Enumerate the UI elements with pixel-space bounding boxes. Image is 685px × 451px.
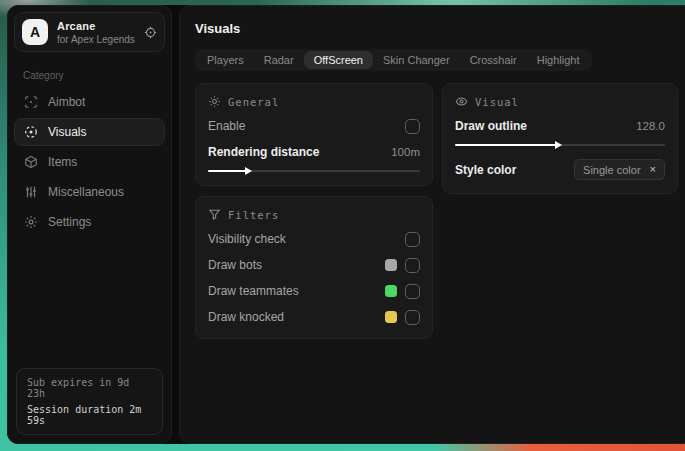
sidebar-item-label: Visuals [48,125,86,139]
rendering-distance-label: Rendering distance [208,145,319,159]
filters-panel-title: Filters [228,209,279,221]
tab-bar: Players Radar OffScreen Skin Changer Cro… [195,49,592,71]
app-subtitle: for Apex Legends [57,34,135,45]
gear-icon [24,215,38,229]
left-column: General Enable Rendering distance 100m [195,83,433,339]
draw-bots-row: Draw bots [208,257,420,273]
funnel-icon [208,208,221,221]
sliders-icon [24,185,38,199]
tab-crosshair[interactable]: Crosshair [460,51,527,69]
desktop-background: A Arcane for Apex Legends Category [0,0,685,451]
app-logo: A [22,19,48,45]
sidebar-item-label: Aimbot [48,95,85,109]
draw-outline-label: Draw outline [455,119,527,133]
draw-teammates-row: Draw teammates [208,283,420,299]
tab-radar[interactable]: Radar [254,51,304,69]
target-icon[interactable] [144,26,157,39]
sidebar-item-label: Miscellaneous [48,185,124,199]
draw-teammates-checkbox[interactable] [405,284,420,299]
style-color-label: Style color [455,163,516,177]
sidebar-item-label: Items [48,155,77,169]
page-title: Visuals [195,21,678,36]
enable-row: Enable [208,118,420,134]
general-panel-header: General [208,95,420,108]
general-panel-title: General [228,96,279,108]
right-column: Visual Draw outline 128.0 Style color [442,83,678,194]
app-identity: Arcane for Apex Legends [57,20,135,45]
draw-teammates-color-swatch[interactable] [385,285,397,297]
clear-icon[interactable]: × [650,164,656,175]
sub-expires-text: Sub expires in 9d 23h [27,377,152,399]
visibility-check-row: Visibility check [208,231,420,247]
visibility-check-label: Visibility check [208,232,286,246]
tab-players[interactable]: Players [197,51,254,69]
draw-knocked-row: Draw knocked [208,309,420,325]
draw-bots-color-swatch[interactable] [385,259,397,271]
draw-bots-checkbox[interactable] [405,258,420,273]
tab-skin-changer[interactable]: Skin Changer [373,51,460,69]
visual-panel: Visual Draw outline 128.0 Style color [442,83,678,194]
slider-fill [208,170,250,172]
visibility-check-checkbox[interactable] [405,232,420,247]
sidebar-nav: Aimbot Visuals [8,88,171,236]
session-duration-text: Session duration 2m 59s [27,404,152,426]
eye-icon [455,95,468,108]
items-cube-icon [24,155,38,169]
sidebar-item-label: Settings [48,215,91,229]
aimbot-crosshair-icon [24,95,38,109]
style-color-value: Single color [583,164,640,176]
sidebar: A Arcane for Apex Legends Category [7,5,172,444]
sidebar-item-items[interactable]: Items [14,148,165,176]
tab-highlight[interactable]: Highlight [527,51,590,69]
app-window: A Arcane for Apex Legends Category [7,5,677,444]
rendering-distance-value: 100m [391,146,420,158]
sidebar-item-visuals[interactable]: Visuals [14,118,165,146]
enable-checkbox[interactable] [405,119,420,134]
draw-bots-label: Draw bots [208,258,262,272]
app-title: Arcane [57,20,135,32]
filters-panel-header: Filters [208,208,420,221]
slider-fill [455,144,560,146]
filters-panel: Filters Visibility check Draw bots [195,196,433,339]
general-panel: General Enable Rendering distance 100m [195,83,433,186]
draw-knocked-label: Draw knocked [208,310,284,324]
visual-panel-title: Visual [475,96,519,108]
sidebar-item-settings[interactable]: Settings [14,208,165,236]
draw-outline-value: 128.0 [636,120,665,132]
sidebar-item-miscellaneous[interactable]: Miscellaneous [14,178,165,206]
visual-panel-header: Visual [455,95,665,108]
category-label: Category [8,58,171,88]
sidebar-item-aimbot[interactable]: Aimbot [14,88,165,116]
subscription-info: Sub expires in 9d 23h Session duration 2… [16,368,163,435]
style-color-row: Style color Single color × [455,159,665,180]
draw-knocked-color-swatch[interactable] [385,311,397,323]
rendering-distance-row: Rendering distance 100m [208,144,420,160]
draw-knocked-checkbox[interactable] [405,310,420,325]
draw-teammates-label: Draw teammates [208,284,299,298]
enable-label: Enable [208,119,245,133]
visuals-scan-eye-icon [24,125,38,139]
draw-outline-slider[interactable] [455,144,665,146]
tab-offscreen[interactable]: OffScreen [304,51,373,69]
draw-outline-row: Draw outline 128.0 [455,118,665,134]
sun-icon [208,95,221,108]
style-color-dropdown[interactable]: Single color × [574,159,665,180]
main-content: Visuals Players Radar OffScreen Skin Cha… [179,5,685,444]
tab-content: General Enable Rendering distance 100m [195,83,678,339]
rendering-distance-slider[interactable] [208,170,420,172]
app-header-card: A Arcane for Apex Legends [14,12,165,52]
